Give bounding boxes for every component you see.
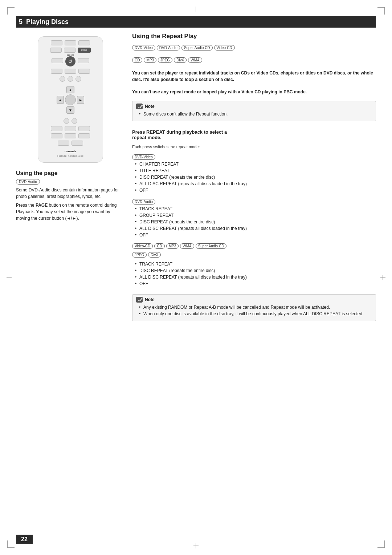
- note-icon-1: 𝒩: [136, 104, 143, 109]
- other-badges-row-1: Video-CD CD MP3 WMA Super Audio CD: [132, 243, 376, 250]
- chapter-title: Playing Discs: [26, 18, 69, 26]
- badge-super-audio-cd: Super Audio CD: [181, 45, 213, 50]
- dvd-video-item-2: TITLE REPEAT: [134, 167, 376, 174]
- remote-btn-4b: [65, 69, 76, 74]
- note-list-1: Some discs don't allow the Repeat functi…: [136, 111, 372, 117]
- remote-btn-7a: [51, 126, 62, 131]
- other-badge-jpeg: JPEG: [132, 252, 147, 258]
- press-repeat-heading: Press REPEAT during playback to select a…: [132, 129, 376, 140]
- dvd-video-subsection: DVD-Video CHAPTER REPEAT TITLE REPEAT DI…: [132, 154, 376, 195]
- other-badges-row-2: JPEG DivX: [132, 252, 376, 259]
- corner-mark-tl: [7, 7, 15, 15]
- badges-row-1: DVD-Video DVD-Audio Super Audio CD Video…: [132, 45, 376, 52]
- remote-btn-3a: [52, 58, 63, 63]
- other-badge-wma: WMA: [180, 243, 194, 249]
- remote-image-container: PAGE REPEAT ↺: [16, 36, 125, 163]
- dvd-audio-sub-badge: DVD-Audio: [132, 199, 155, 204]
- using-page-title: Using the page: [16, 170, 125, 177]
- using-page-section: Using the page DVD-Audio Some DVD-Audio …: [16, 170, 125, 222]
- other-badge-video-cd: Video-CD: [132, 243, 153, 249]
- dvd-video-item-5: OFF: [134, 187, 376, 194]
- remote-btn-1c: [78, 40, 90, 45]
- nav-left-btn: ◄: [57, 96, 64, 104]
- other-item-4: OFF: [134, 280, 376, 287]
- nav-center-btn: [65, 94, 76, 105]
- remote-btn-1a: [51, 40, 62, 45]
- dvd-audio-item-1: TRACK REPEAT: [134, 206, 376, 212]
- dvd-audio-subsection: DVD-Audio TRACK REPEAT GROUP REPEAT DISC…: [132, 199, 376, 240]
- remote-row-1: [42, 40, 98, 45]
- note-box-2: 𝒩 Note Any existing RANDOM or Repeat A-B…: [132, 294, 376, 321]
- corner-mark-br: [377, 540, 385, 548]
- badge-cd: CD: [132, 57, 142, 63]
- dvd-video-item-4: ALL DISC REPEAT (repeats all discs loade…: [134, 181, 376, 187]
- remote-page-btn: PAGE: [78, 48, 91, 53]
- dvd-video-list: CHAPTER REPEAT TITLE REPEAT DISC REPEAT …: [132, 161, 376, 194]
- center-mark-left: [7, 275, 12, 280]
- note-box-1: 𝒩 Note Some discs don't allow the Repeat…: [132, 101, 376, 121]
- remote-btn-5a: [60, 76, 65, 82]
- using-page-badge: DVD-Audio: [16, 179, 40, 185]
- remote-row-2: PAGE: [42, 48, 98, 53]
- remote-btn-6b: [72, 118, 77, 124]
- other-item-1: TRACK REPEAT: [134, 261, 376, 267]
- remote-btn-8c: [78, 133, 90, 138]
- remote-row-3: REPEAT ↺: [42, 55, 98, 66]
- remote-row-4: [42, 69, 98, 74]
- remote-controller: PAGE REPEAT ↺: [38, 36, 103, 163]
- remote-btn-2a: [50, 48, 62, 53]
- other-badge-mp3: MP3: [166, 243, 179, 249]
- page-number-badge: 22: [16, 535, 33, 544]
- remote-sub-label: REMOTE CONTROLLER: [57, 155, 84, 157]
- dvd-audio-item-2: GROUP REPEAT: [134, 212, 376, 219]
- badge-dvd-audio: DVD-Audio: [157, 45, 180, 50]
- remote-btn-3b: [78, 58, 89, 63]
- remote-btn-9a: [58, 141, 69, 146]
- remote-btn-8a: [51, 133, 62, 138]
- dvd-video-sub-badge: DVD-Video: [132, 154, 155, 160]
- remote-row-9: [42, 141, 98, 146]
- nav-up-btn: ▲: [66, 86, 74, 93]
- chapter-number: 5: [19, 18, 23, 26]
- repeat-play-title: Using the Repeat Play: [132, 33, 376, 40]
- other-item-2: DISC REPEAT (repeats the entire disc): [134, 267, 376, 274]
- using-page-body2: Press the PAGE button on the remote cont…: [16, 202, 125, 222]
- remote-row-6: [42, 118, 98, 124]
- page-number: 22: [21, 536, 28, 543]
- note-icon-2: 𝒩: [136, 297, 143, 303]
- using-page-body1: Some DVD-Audio discs contain information…: [16, 187, 125, 200]
- other-badge-cd: CD: [154, 243, 164, 249]
- remote-btn-6a: [64, 118, 69, 124]
- note-item-2-2: When only one disc is available in the d…: [138, 311, 372, 317]
- remote-btn-5c: [75, 76, 81, 82]
- remote-btn-4a: [51, 69, 62, 74]
- intro-bold-text: You can set the player to repeat individ…: [132, 70, 376, 83]
- other-list: TRACK REPEAT DISC REPEAT (repeats the en…: [132, 261, 376, 287]
- other-disc-subsection: Video-CD CD MP3 WMA Super Audio CD JPEG …: [132, 243, 376, 288]
- note-list-2: Any existing RANDOM or Repeat A-B mode w…: [136, 304, 372, 317]
- chapter-header-bar: 5 Playing Discs: [16, 16, 376, 28]
- nav-down-btn: ▼: [66, 106, 74, 114]
- center-mark-right: [380, 275, 385, 280]
- remote-repeat-btn: ↺: [65, 56, 75, 66]
- badge-wma: WMA: [188, 57, 202, 63]
- dvd-audio-list: TRACK REPEAT GROUP REPEAT DISC REPEAT (r…: [132, 206, 376, 238]
- badge-divx: DivX: [174, 57, 187, 63]
- remote-row-7: [42, 126, 98, 131]
- dvd-audio-item-5: OFF: [134, 232, 376, 238]
- nav-cross: ▲ ▼ ◄ ►: [56, 85, 85, 114]
- note-item-2-1: Any existing RANDOM or Repeat A-B mode w…: [138, 304, 372, 311]
- dvd-video-item-1: CHAPTER REPEAT: [134, 161, 376, 167]
- badge-video-cd: Video-CD: [214, 45, 235, 50]
- note-header-2: 𝒩 Note: [136, 297, 372, 303]
- remote-btn-7b: [65, 126, 76, 131]
- main-content: PAGE REPEAT ↺: [16, 33, 376, 533]
- corner-mark-bl: [7, 540, 15, 548]
- center-mark-bottom: [193, 543, 199, 548]
- right-column: Using the Repeat Play DVD-Video DVD-Audi…: [132, 33, 376, 533]
- other-badge-divx: DivX: [148, 252, 161, 258]
- badge-jpeg: JPEG: [158, 57, 172, 63]
- left-column: PAGE REPEAT ↺: [16, 33, 125, 533]
- remote-btn-1b: [65, 40, 76, 45]
- note-header-1: 𝒩 Note: [136, 104, 372, 109]
